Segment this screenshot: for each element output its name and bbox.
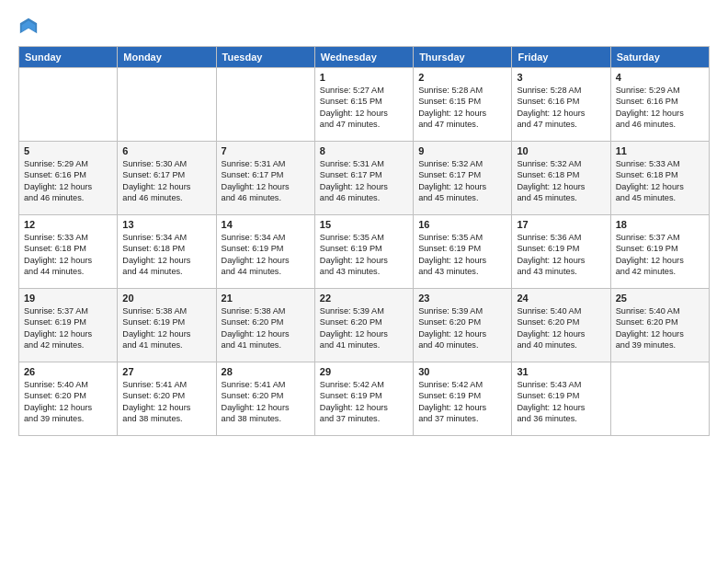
day-info: Sunrise: 5:41 AM Sunset: 6:20 PM Dayligh… bbox=[122, 379, 210, 425]
col-header-wednesday: Wednesday bbox=[314, 47, 413, 68]
calendar-cell: 1Sunrise: 5:27 AM Sunset: 6:15 PM Daylig… bbox=[314, 68, 413, 142]
day-info: Sunrise: 5:33 AM Sunset: 6:18 PM Dayligh… bbox=[24, 232, 112, 278]
day-number: 31 bbox=[517, 366, 605, 377]
day-number: 21 bbox=[222, 293, 310, 304]
day-number: 8 bbox=[320, 145, 408, 156]
day-info: Sunrise: 5:35 AM Sunset: 6:19 PM Dayligh… bbox=[320, 232, 408, 278]
day-info: Sunrise: 5:40 AM Sunset: 6:20 PM Dayligh… bbox=[616, 305, 704, 351]
calendar-cell: 5Sunrise: 5:29 AM Sunset: 6:16 PM Daylig… bbox=[19, 142, 118, 215]
calendar-week-row: 19Sunrise: 5:37 AM Sunset: 6:19 PM Dayli… bbox=[19, 289, 710, 362]
day-number: 12 bbox=[24, 219, 112, 230]
day-number: 11 bbox=[616, 145, 704, 156]
calendar-cell: 11Sunrise: 5:33 AM Sunset: 6:18 PM Dayli… bbox=[610, 142, 709, 215]
day-info: Sunrise: 5:30 AM Sunset: 6:17 PM Dayligh… bbox=[122, 158, 210, 204]
calendar-cell: 12Sunrise: 5:33 AM Sunset: 6:18 PM Dayli… bbox=[19, 215, 118, 289]
page: SundayMondayTuesdayWednesdayThursdayFrid… bbox=[0, 0, 728, 563]
day-info: Sunrise: 5:29 AM Sunset: 6:16 PM Dayligh… bbox=[616, 85, 704, 131]
day-info: Sunrise: 5:36 AM Sunset: 6:19 PM Dayligh… bbox=[517, 232, 605, 278]
day-number: 19 bbox=[24, 293, 112, 304]
calendar-header-row: SundayMondayTuesdayWednesdayThursdayFrid… bbox=[19, 47, 710, 68]
col-header-tuesday: Tuesday bbox=[216, 47, 314, 68]
calendar-cell: 10Sunrise: 5:32 AM Sunset: 6:18 PM Dayli… bbox=[512, 142, 610, 215]
calendar-cell: 17Sunrise: 5:36 AM Sunset: 6:19 PM Dayli… bbox=[512, 215, 610, 289]
calendar-cell: 20Sunrise: 5:38 AM Sunset: 6:19 PM Dayli… bbox=[118, 289, 216, 362]
logo-icon bbox=[18, 17, 39, 37]
calendar-cell: 9Sunrise: 5:32 AM Sunset: 6:17 PM Daylig… bbox=[414, 142, 512, 215]
col-header-monday: Monday bbox=[118, 47, 216, 68]
day-number: 13 bbox=[122, 219, 210, 230]
day-info: Sunrise: 5:31 AM Sunset: 6:17 PM Dayligh… bbox=[320, 158, 408, 204]
calendar-cell: 19Sunrise: 5:37 AM Sunset: 6:19 PM Dayli… bbox=[19, 289, 118, 362]
calendar-cell: 22Sunrise: 5:39 AM Sunset: 6:20 PM Dayli… bbox=[314, 289, 413, 362]
day-info: Sunrise: 5:39 AM Sunset: 6:20 PM Dayligh… bbox=[320, 305, 408, 351]
day-number: 6 bbox=[122, 145, 210, 156]
day-info: Sunrise: 5:40 AM Sunset: 6:20 PM Dayligh… bbox=[24, 379, 112, 425]
calendar-cell: 14Sunrise: 5:34 AM Sunset: 6:19 PM Dayli… bbox=[216, 215, 314, 289]
day-number: 24 bbox=[517, 293, 605, 304]
day-number: 5 bbox=[24, 145, 112, 156]
calendar-table: SundayMondayTuesdayWednesdayThursdayFrid… bbox=[18, 46, 710, 436]
calendar-cell: 15Sunrise: 5:35 AM Sunset: 6:19 PM Dayli… bbox=[314, 215, 413, 289]
day-number: 26 bbox=[24, 366, 112, 377]
day-info: Sunrise: 5:37 AM Sunset: 6:19 PM Dayligh… bbox=[616, 232, 704, 278]
day-info: Sunrise: 5:28 AM Sunset: 6:15 PM Dayligh… bbox=[418, 85, 506, 131]
day-info: Sunrise: 5:39 AM Sunset: 6:20 PM Dayligh… bbox=[418, 305, 506, 351]
calendar-cell: 4Sunrise: 5:29 AM Sunset: 6:16 PM Daylig… bbox=[610, 68, 709, 142]
day-number: 18 bbox=[616, 219, 704, 230]
calendar-cell: 27Sunrise: 5:41 AM Sunset: 6:20 PM Dayli… bbox=[118, 362, 216, 436]
calendar-week-row: 26Sunrise: 5:40 AM Sunset: 6:20 PM Dayli… bbox=[19, 362, 710, 436]
day-info: Sunrise: 5:34 AM Sunset: 6:19 PM Dayligh… bbox=[222, 232, 310, 278]
col-header-sunday: Sunday bbox=[19, 47, 118, 68]
calendar-cell bbox=[118, 68, 216, 142]
day-info: Sunrise: 5:35 AM Sunset: 6:19 PM Dayligh… bbox=[418, 232, 506, 278]
day-number: 23 bbox=[418, 293, 506, 304]
calendar-cell: 3Sunrise: 5:28 AM Sunset: 6:16 PM Daylig… bbox=[512, 68, 610, 142]
calendar-cell: 25Sunrise: 5:40 AM Sunset: 6:20 PM Dayli… bbox=[610, 289, 709, 362]
calendar-cell: 16Sunrise: 5:35 AM Sunset: 6:19 PM Dayli… bbox=[414, 215, 512, 289]
day-info: Sunrise: 5:32 AM Sunset: 6:18 PM Dayligh… bbox=[517, 158, 605, 204]
calendar-cell: 6Sunrise: 5:30 AM Sunset: 6:17 PM Daylig… bbox=[118, 142, 216, 215]
day-number: 2 bbox=[418, 72, 506, 83]
day-info: Sunrise: 5:42 AM Sunset: 6:19 PM Dayligh… bbox=[320, 379, 408, 425]
day-number: 27 bbox=[122, 366, 210, 377]
day-number: 25 bbox=[616, 293, 704, 304]
calendar-week-row: 1Sunrise: 5:27 AM Sunset: 6:15 PM Daylig… bbox=[19, 68, 710, 142]
calendar-cell: 24Sunrise: 5:40 AM Sunset: 6:20 PM Dayli… bbox=[512, 289, 610, 362]
calendar-cell: 26Sunrise: 5:40 AM Sunset: 6:20 PM Dayli… bbox=[19, 362, 118, 436]
day-info: Sunrise: 5:40 AM Sunset: 6:20 PM Dayligh… bbox=[517, 305, 605, 351]
day-info: Sunrise: 5:37 AM Sunset: 6:19 PM Dayligh… bbox=[24, 305, 112, 351]
calendar-cell bbox=[610, 362, 709, 436]
day-info: Sunrise: 5:32 AM Sunset: 6:17 PM Dayligh… bbox=[418, 158, 506, 204]
calendar-cell: 29Sunrise: 5:42 AM Sunset: 6:19 PM Dayli… bbox=[314, 362, 413, 436]
day-info: Sunrise: 5:43 AM Sunset: 6:19 PM Dayligh… bbox=[517, 379, 605, 425]
calendar-cell: 30Sunrise: 5:42 AM Sunset: 6:19 PM Dayli… bbox=[414, 362, 512, 436]
calendar-cell: 2Sunrise: 5:28 AM Sunset: 6:15 PM Daylig… bbox=[414, 68, 512, 142]
calendar-cell: 18Sunrise: 5:37 AM Sunset: 6:19 PM Dayli… bbox=[610, 215, 709, 289]
day-info: Sunrise: 5:33 AM Sunset: 6:18 PM Dayligh… bbox=[616, 158, 704, 204]
day-info: Sunrise: 5:31 AM Sunset: 6:17 PM Dayligh… bbox=[222, 158, 310, 204]
day-number: 17 bbox=[517, 219, 605, 230]
day-number: 3 bbox=[517, 72, 605, 83]
col-header-friday: Friday bbox=[512, 47, 610, 68]
day-number: 1 bbox=[320, 72, 408, 83]
day-info: Sunrise: 5:38 AM Sunset: 6:20 PM Dayligh… bbox=[222, 305, 310, 351]
day-number: 16 bbox=[418, 219, 506, 230]
header bbox=[18, 17, 710, 37]
day-number: 9 bbox=[418, 145, 506, 156]
day-number: 22 bbox=[320, 293, 408, 304]
calendar-cell: 8Sunrise: 5:31 AM Sunset: 6:17 PM Daylig… bbox=[314, 142, 413, 215]
day-number: 28 bbox=[222, 366, 310, 377]
calendar-cell: 7Sunrise: 5:31 AM Sunset: 6:17 PM Daylig… bbox=[216, 142, 314, 215]
calendar-cell: 28Sunrise: 5:41 AM Sunset: 6:20 PM Dayli… bbox=[216, 362, 314, 436]
day-info: Sunrise: 5:27 AM Sunset: 6:15 PM Dayligh… bbox=[320, 85, 408, 131]
day-number: 30 bbox=[418, 366, 506, 377]
day-number: 14 bbox=[222, 219, 310, 230]
day-info: Sunrise: 5:41 AM Sunset: 6:20 PM Dayligh… bbox=[222, 379, 310, 425]
logo bbox=[18, 17, 42, 37]
calendar-week-row: 12Sunrise: 5:33 AM Sunset: 6:18 PM Dayli… bbox=[19, 215, 710, 289]
day-info: Sunrise: 5:28 AM Sunset: 6:16 PM Dayligh… bbox=[517, 85, 605, 131]
day-number: 29 bbox=[320, 366, 408, 377]
calendar-cell bbox=[19, 68, 118, 142]
calendar-week-row: 5Sunrise: 5:29 AM Sunset: 6:16 PM Daylig… bbox=[19, 142, 710, 215]
calendar-cell: 23Sunrise: 5:39 AM Sunset: 6:20 PM Dayli… bbox=[414, 289, 512, 362]
